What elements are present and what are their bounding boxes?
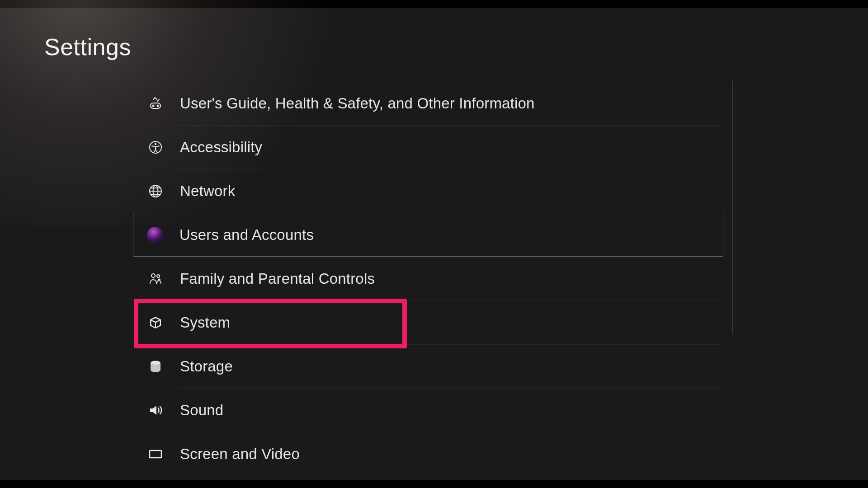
divider xyxy=(177,213,722,213)
svg-point-2 xyxy=(157,105,159,106)
menu-item-label: Accessibility xyxy=(180,139,262,156)
svg-point-7 xyxy=(151,274,155,277)
letterbox-bottom xyxy=(0,480,868,488)
screen-icon xyxy=(147,446,164,462)
svg-rect-0 xyxy=(151,103,160,108)
speaker-icon xyxy=(147,402,164,418)
menu-item-sound[interactable]: Sound xyxy=(134,388,724,432)
divider xyxy=(177,432,722,432)
globe-icon xyxy=(147,183,164,199)
divider xyxy=(177,300,722,301)
page-title: Settings xyxy=(44,33,131,61)
menu-item-network[interactable]: Network xyxy=(134,169,724,213)
menu-item-system[interactable]: System xyxy=(134,300,724,344)
svg-point-8 xyxy=(157,275,160,277)
letterbox-top xyxy=(0,0,868,8)
settings-menu: User's Guide, Health & Safety, and Other… xyxy=(134,81,724,474)
svg-point-4 xyxy=(155,143,156,145)
menu-item-guide[interactable]: User's Guide, Health & Safety, and Other… xyxy=(134,81,724,125)
menu-item-label: Storage xyxy=(180,358,233,375)
divider xyxy=(177,125,722,126)
storage-icon xyxy=(147,358,164,375)
menu-item-label: Network xyxy=(180,183,235,200)
gamepad-info-icon xyxy=(147,95,164,112)
menu-item-label: User's Guide, Health & Safety, and Other… xyxy=(180,95,535,112)
divider xyxy=(177,169,722,169)
menu-item-family[interactable]: Family and Parental Controls xyxy=(134,257,724,300)
divider xyxy=(177,344,722,345)
svg-rect-10 xyxy=(150,450,161,458)
family-icon xyxy=(147,271,164,287)
menu-item-label: Family and Parental Controls xyxy=(180,270,375,287)
cube-icon xyxy=(147,314,164,331)
svg-point-1 xyxy=(153,105,154,106)
menu-item-label: Sound xyxy=(180,402,223,419)
scroll-indicator xyxy=(732,81,733,334)
menu-item-screen[interactable]: Screen and Video xyxy=(134,432,724,476)
menu-item-label: Users and Accounts xyxy=(179,226,314,244)
svg-point-9 xyxy=(151,361,160,365)
menu-item-users[interactable]: Users and Accounts xyxy=(133,213,723,257)
menu-item-label: System xyxy=(180,314,230,331)
divider xyxy=(177,388,722,389)
accessibility-icon xyxy=(147,139,164,155)
menu-item-accessibility[interactable]: Accessibility xyxy=(134,125,724,169)
menu-item-label: Screen and Video xyxy=(180,446,300,463)
menu-item-storage[interactable]: Storage xyxy=(134,344,724,388)
avatar-icon xyxy=(147,227,163,243)
